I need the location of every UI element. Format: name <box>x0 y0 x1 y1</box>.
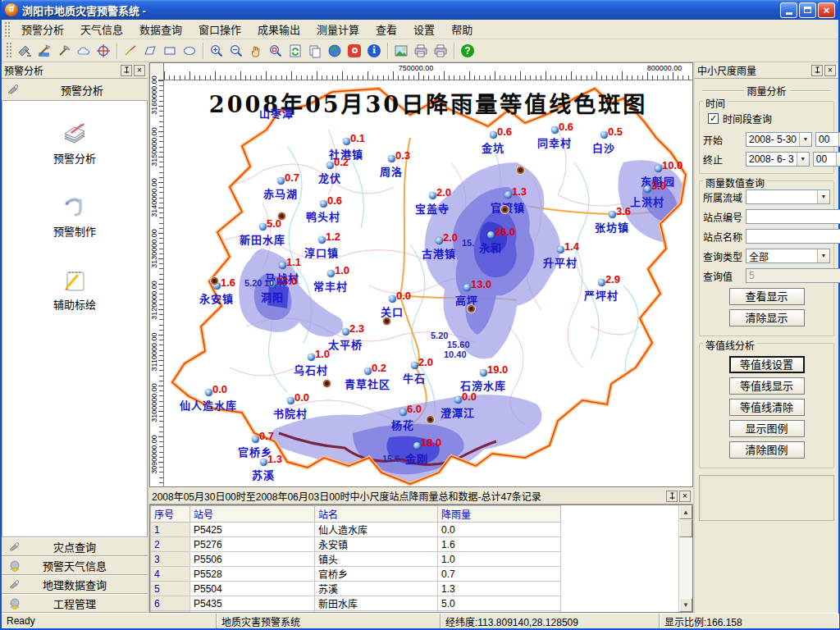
station-marker[interactable] <box>327 270 335 277</box>
survey-tool-icon[interactable] <box>34 41 54 61</box>
sidebar-item-weather-info[interactable]: 预警天气信息 <box>2 556 148 575</box>
print-icon[interactable] <box>411 41 431 61</box>
station-marker[interactable] <box>480 369 487 377</box>
town-marker[interactable] <box>211 277 218 285</box>
column-header[interactable]: 站号 <box>190 506 315 523</box>
station-marker[interactable] <box>399 409 407 416</box>
sidebar-item-alarm-analysis[interactable]: 预警分析 <box>2 119 147 166</box>
minimize-button[interactable] <box>780 2 797 18</box>
map-canvas[interactable]: 2008年05月30日降雨量等值线色斑图 山枣潭0.1社港镇0.3周洛0.2龙伏… <box>164 80 692 486</box>
station-marker[interactable] <box>557 246 564 253</box>
sidebar-item-project-manage[interactable]: 工程管理 <box>2 594 148 613</box>
town-marker[interactable] <box>427 416 434 423</box>
town-marker[interactable] <box>383 317 390 325</box>
pin-button[interactable] <box>666 491 678 502</box>
station-marker[interactable] <box>388 155 395 162</box>
station-marker[interactable] <box>205 389 212 396</box>
line-draw-icon[interactable] <box>121 41 140 61</box>
scroll-up-button[interactable]: ▲ <box>679 505 692 519</box>
menu-item-7[interactable]: 查看 <box>368 19 405 39</box>
town-marker[interactable] <box>323 380 331 387</box>
globe-icon[interactable] <box>325 41 345 61</box>
radar-icon[interactable] <box>15 41 34 61</box>
query-type-combobox[interactable]: 全部▼ <box>746 249 830 263</box>
menu-item-3[interactable]: 数据查询 <box>131 19 190 39</box>
menu-item-8[interactable]: 设置 <box>405 19 443 39</box>
chevron-down-icon[interactable]: ▼ <box>797 153 809 166</box>
pan-icon[interactable] <box>246 41 266 61</box>
station-marker[interactable] <box>413 442 421 450</box>
polygon-draw-icon[interactable] <box>140 41 160 61</box>
station-marker[interactable] <box>343 138 350 145</box>
table-scrollbar[interactable]: ▲ ▼ <box>678 505 692 612</box>
column-header[interactable]: 降雨量 <box>438 506 561 523</box>
station-marker[interactable] <box>411 362 418 369</box>
menu-item-4[interactable]: 窗口操作 <box>190 19 249 39</box>
time-range-checkbox[interactable]: ✓ <box>708 113 719 124</box>
station-marker[interactable] <box>609 211 616 218</box>
pin-button[interactable] <box>121 65 132 76</box>
station-marker[interactable] <box>342 328 349 336</box>
sidebar-item-disaster-query[interactable]: 灾点查询 <box>2 537 148 556</box>
menu-item-6[interactable]: 测量计算 <box>308 19 368 39</box>
close-panel-button[interactable]: × <box>824 65 836 76</box>
table-row[interactable]: 3P5506镇头1.0 <box>151 552 678 567</box>
station-marker[interactable] <box>644 185 651 193</box>
end-hour-combobox[interactable]: 00▼ <box>813 152 840 167</box>
station-marker[interactable] <box>490 131 497 139</box>
station-marker[interactable] <box>277 177 285 185</box>
copy-view-icon[interactable] <box>305 41 325 61</box>
chevron-down-icon[interactable]: ▼ <box>799 133 811 146</box>
image-export-icon[interactable] <box>391 41 411 61</box>
maximize-button[interactable] <box>799 2 816 18</box>
station-marker[interactable] <box>318 236 326 244</box>
target-icon[interactable] <box>94 41 113 61</box>
scroll-thumb[interactable] <box>679 519 692 537</box>
chevron-down-icon[interactable]: ▼ <box>817 190 829 203</box>
station-marker[interactable] <box>259 223 267 231</box>
station-marker[interactable] <box>598 279 605 286</box>
scroll-track[interactable] <box>679 537 692 598</box>
station-marker[interactable] <box>487 231 495 239</box>
start-hour-combobox[interactable]: 00▼ <box>815 132 840 147</box>
query-value-input[interactable] <box>746 268 840 283</box>
station-marker[interactable] <box>655 165 662 172</box>
town-marker[interactable] <box>278 212 285 220</box>
stop-icon[interactable] <box>345 41 364 61</box>
contour-show-button[interactable]: 等值线显示 <box>729 377 805 395</box>
table-row[interactable]: 4P5528官桥乡0.7 <box>151 567 678 582</box>
contour-clear-button[interactable]: 等值线清除 <box>729 399 805 416</box>
zoom-window-icon[interactable] <box>266 41 285 61</box>
show-legend-button[interactable]: 显示图例 <box>729 420 805 437</box>
pin-button[interactable] <box>811 65 823 76</box>
column-header[interactable]: 序号 <box>151 506 190 523</box>
table-row[interactable]: 5P5504苏溪1.3 <box>151 582 678 596</box>
menu-item-5[interactable]: 成果输出 <box>249 19 308 39</box>
station-marker[interactable] <box>308 354 315 361</box>
sidebar-group-header[interactable]: 预警分析 <box>2 79 148 101</box>
zoom-in-icon[interactable] <box>207 41 226 61</box>
help-icon[interactable]: ? <box>458 41 477 61</box>
chevron-down-icon[interactable]: ▼ <box>836 153 840 166</box>
sidebar-item-geodata-query[interactable]: 地理数据查询 <box>2 575 148 594</box>
ellipse-draw-icon[interactable] <box>180 41 199 61</box>
station-marker[interactable] <box>279 262 286 269</box>
table-row[interactable]: 6P5435新田水库5.0 <box>151 596 678 611</box>
station-marker[interactable] <box>326 162 334 169</box>
table-row[interactable]: 1P5425仙人造水库0.0 <box>151 523 678 537</box>
station-marker[interactable] <box>260 459 267 466</box>
rectangle-draw-icon[interactable] <box>160 41 180 61</box>
clear-legend-button[interactable]: 清除图例 <box>729 441 805 459</box>
sidebar-item-aux-plot[interactable]: 辅助标绘 <box>2 265 147 312</box>
info-icon[interactable]: i <box>364 41 384 61</box>
chevron-down-icon[interactable]: ▼ <box>817 249 829 262</box>
station-marker[interactable] <box>551 126 559 134</box>
station-marker[interactable] <box>600 131 608 139</box>
table-row[interactable]: 2P5276永安镇1.6 <box>151 537 678 552</box>
refresh-view-icon[interactable] <box>285 41 305 61</box>
start-date-combobox[interactable]: 2008- 5-30▼ <box>746 132 812 147</box>
column-header[interactable]: 站名 <box>315 506 438 523</box>
town-marker[interactable] <box>517 167 524 174</box>
scroll-down-button[interactable]: ▼ <box>679 598 692 612</box>
clear-display-button[interactable]: 清除显示 <box>729 309 805 326</box>
